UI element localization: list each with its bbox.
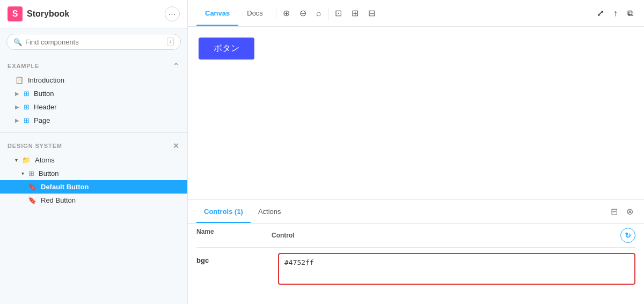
example-section-header: EXAMPLE ⌃ [0,58,187,73]
sidebar-item-button[interactable]: ▶ ⊞ Button [0,87,187,100]
section-divider [0,132,187,133]
sidebar-header: S Storybook ··· [0,0,187,28]
tab-canvas[interactable]: Canvas [196,2,238,26]
bottom-panel: Controls (1) Actions ⊟ ⊗ Name Control ↻ … [188,199,644,304]
design-system-section-label: DESIGN SYSTEM [8,143,62,149]
expand-icon[interactable]: ⤢ [595,6,606,20]
sidebar-item-label: Default Button [41,183,89,191]
sidebar-item-page[interactable]: ▶ ⊞ Page [0,114,187,127]
sidebar-item-default-button[interactable]: 🔖 Default Button [0,180,187,194]
storybook-logo-text: Storybook [27,9,69,19]
zoom-out-icon[interactable]: ⊖ [297,6,309,20]
refresh-button[interactable]: ↻ [620,228,635,243]
image-icon[interactable]: ⊡ [333,6,344,20]
page-icon: ⊞ [24,116,30,124]
col-name-header: Name [196,228,272,243]
introduction-icon: 📋 [15,76,24,84]
search-bar[interactable]: 🔍 / [6,34,181,50]
storybook-logo-icon: S [8,6,23,21]
button-sub-icon: ⊞ [28,169,34,177]
search-canvas-icon[interactable]: ⌕ [314,6,324,20]
main-content: Canvas Docs ⊕ ⊖ ⌕ ⊡ ⊞ ⊟ ⤢ ↑ ⧉ ボタン Contro… [188,0,644,304]
sidebar-item-header[interactable]: ▶ ⊞ Header [0,100,187,114]
example-section: EXAMPLE ⌃ 📋 Introduction ▶ ⊞ Button ▶ ⊞ … [0,55,187,130]
search-shortcut: / [167,38,174,46]
expand-arrow-icon: ▾ [15,157,18,163]
nav-tools-view: ⊡ ⊞ ⊟ [333,6,377,20]
control-name-bgc: bgc [196,253,272,264]
expand-arrow-icon: ▾ [21,170,24,176]
controls-row: bgc #4752ff [196,248,635,290]
sidebar-item-button-sub[interactable]: ▾ ⊞ Button [0,167,187,180]
sidebar-item-label: Header [34,103,57,111]
sidebar-item-label: Button [39,169,59,177]
sidebar-item-label: Red Button [41,196,76,204]
control-input-wrapper-bgc: #4752ff [278,253,635,285]
controls-table: Name Control ↻ bgc #4752ff [188,224,644,304]
header-icon: ⊞ [24,103,30,111]
sidebar: S Storybook ··· 🔍 / EXAMPLE ⌃ 📋 Introduc… [0,0,188,304]
bottom-tab-tools: ⊟ ⊗ [609,204,635,219]
nav-separator2 [328,7,328,20]
nav-tools-zoom: ⊕ ⊖ ⌕ [281,6,324,20]
col-control-label: Control [272,232,295,239]
tab-controls[interactable]: Controls (1) [196,201,251,223]
close-panel-icon[interactable]: ⊗ [624,204,635,219]
red-button-bookmark-icon: 🔖 [28,196,36,204]
sidebar-item-label: Introduction [28,76,64,84]
expand-arrow-icon: ▶ [15,104,19,110]
close-icon[interactable]: ✕ [173,142,180,150]
col-control-header: Control ↻ [272,228,635,243]
logo-area: S Storybook [8,6,69,21]
tab-actions[interactable]: Actions [251,201,289,223]
grid-view-icon[interactable]: ⊞ [349,6,361,20]
example-section-label: EXAMPLE [8,63,39,69]
preview-button[interactable]: ボタン [199,38,254,60]
expand-arrow-icon: ▶ [15,91,19,97]
search-input[interactable] [25,38,164,46]
nav-separator [276,7,276,20]
zoom-in-icon[interactable]: ⊕ [281,6,292,20]
expand-arrow-icon: ▶ [15,117,19,123]
sidebar-item-label: Page [34,116,50,124]
tab-docs[interactable]: Docs [238,2,272,26]
sidebar-item-atoms[interactable]: ▾ 📁 Atoms [0,153,187,167]
control-input-bgc[interactable]: #4752ff [281,256,632,280]
design-system-section: DESIGN SYSTEM ✕ ▾ 📁 Atoms ▾ ⊞ Button 🔖 D… [0,135,187,210]
share-icon[interactable]: ↑ [611,6,620,20]
atoms-folder-icon: 📁 [22,156,31,164]
copy-icon[interactable]: ⧉ [625,6,635,20]
menu-dots-button[interactable]: ··· [165,6,180,21]
nav-tools-right: ⤢ ↑ ⧉ [595,6,635,20]
panel-icon[interactable]: ⊟ [366,6,377,20]
sidebar-item-label: Atoms [35,156,55,164]
sidebar-item-red-button[interactable]: 🔖 Red Button [0,194,187,207]
default-button-bookmark-icon: 🔖 [28,183,36,191]
design-system-section-header: DESIGN SYSTEM ✕ [0,138,187,153]
bottom-tabs: Controls (1) Actions ⊟ ⊗ [188,200,644,224]
canvas-area: ボタン [188,27,644,199]
search-icon: 🔍 [13,38,22,46]
top-nav: Canvas Docs ⊕ ⊖ ⌕ ⊡ ⊞ ⊟ ⤢ ↑ ⧉ [188,0,644,27]
controls-header-row: Name Control ↻ [196,224,635,248]
split-panel-icon[interactable]: ⊟ [609,204,620,219]
button-icon: ⊞ [24,90,30,98]
example-section-collapse-icon[interactable]: ⌃ [173,62,180,70]
sidebar-item-label: Button [34,90,54,98]
sidebar-item-introduction[interactable]: 📋 Introduction [0,73,187,87]
